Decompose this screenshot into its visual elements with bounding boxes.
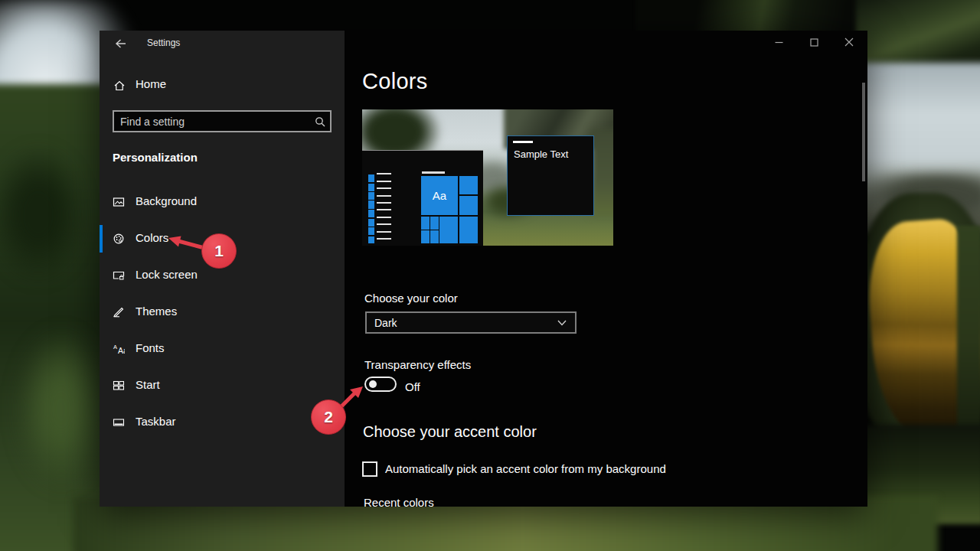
transparency-toggle[interactable] — [364, 377, 397, 392]
settings-window: Settings Home Personalization — [100, 31, 867, 507]
preview-sample-title-line — [513, 141, 533, 143]
preview-start-menu-strip — [368, 174, 374, 243]
home-icon — [113, 80, 126, 92]
sidebar-item-themes[interactable]: Themes — [100, 297, 345, 328]
back-icon — [115, 38, 127, 49]
window-title: Settings — [147, 37, 180, 48]
preview-tile-aa: Aa — [421, 176, 458, 215]
sidebar-item-start[interactable]: Start — [100, 370, 345, 401]
sidebar-label-lock-screen: Lock screen — [136, 268, 198, 281]
preview-tiles-title-line — [422, 171, 445, 174]
accent-color-heading: Choose your accent color — [363, 423, 537, 441]
search-icon[interactable] — [310, 112, 330, 131]
preview-start-menu-lines — [377, 173, 391, 243]
preview-tile-aa-label: Aa — [433, 189, 446, 202]
toggle-knob — [369, 380, 377, 388]
auto-accent-checkbox[interactable] — [362, 461, 377, 477]
chevron-down-icon — [549, 320, 575, 326]
preview-tile — [439, 217, 458, 243]
page-title: Colors — [362, 69, 428, 94]
color-mode-dropdown[interactable]: Dark — [365, 311, 577, 334]
back-button[interactable] — [106, 34, 136, 54]
sidebar-label-fonts: Fonts — [136, 341, 165, 354]
sidebar-item-taskbar[interactable]: Taskbar — [100, 407, 345, 438]
preview-tile — [459, 176, 478, 194]
home-label: Home — [136, 77, 166, 90]
sidebar-item-fonts[interactable]: A Aa Fonts — [100, 334, 345, 364]
sidebar-item-background[interactable]: Background — [100, 187, 345, 217]
minimize-button[interactable] — [761, 31, 796, 54]
sidebar-section-personalization: Personalization — [113, 151, 198, 164]
maximize-button[interactable] — [796, 31, 831, 54]
themes-icon — [113, 306, 125, 318]
taskbar-icon — [113, 416, 125, 429]
fonts-icon: A Aa — [113, 343, 125, 355]
preview-tile — [459, 217, 478, 243]
preview-tile-grid — [421, 217, 439, 243]
preview-tile — [459, 196, 478, 215]
close-icon — [844, 37, 854, 47]
annotation-step-1: 1 — [201, 233, 237, 269]
scrollbar-thumb[interactable] — [862, 83, 865, 181]
color-mode-value: Dark — [367, 317, 549, 329]
sidebar-label-themes: Themes — [136, 305, 177, 318]
wallpaper-tree-highlight — [15, 329, 107, 490]
colors-icon — [113, 233, 125, 245]
sidebar-label-background: Background — [136, 194, 197, 207]
annotation-step-2: 2 — [311, 399, 346, 435]
preview-mini-window: Aa — [362, 150, 483, 246]
wallpaper-helmet-frame — [957, 226, 980, 436]
preview-sample-window: Sample Text — [507, 135, 594, 216]
search-box[interactable] — [113, 110, 332, 132]
transparency-state: Off — [405, 380, 420, 393]
choose-color-label: Choose your color — [364, 292, 458, 305]
sidebar-label-colors: Colors — [136, 231, 168, 244]
start-icon — [113, 380, 125, 392]
sidebar-label-start: Start — [136, 378, 160, 391]
sidebar-label-taskbar: Taskbar — [136, 415, 176, 428]
fonts-icon-glyph: Aa — [118, 346, 125, 355]
preview-sample-text: Sample Text — [514, 148, 568, 160]
svg-text:A: A — [113, 344, 117, 350]
recent-colors-heading: Recent colors — [364, 496, 434, 507]
lock-screen-icon — [113, 269, 125, 282]
theme-preview: Aa Sample Text — [362, 109, 613, 246]
background-icon — [113, 196, 125, 208]
wallpaper-tree-shadow — [0, 145, 88, 283]
auto-accent-label[interactable]: Automatically pick an accent color from … — [385, 462, 666, 475]
sidebar-item-home[interactable]: Home — [100, 73, 345, 98]
maximize-icon — [810, 38, 818, 47]
close-button[interactable] — [831, 31, 867, 54]
minimize-icon — [775, 38, 783, 47]
search-input[interactable] — [114, 116, 310, 128]
transparency-label: Transparency effects — [364, 358, 471, 371]
